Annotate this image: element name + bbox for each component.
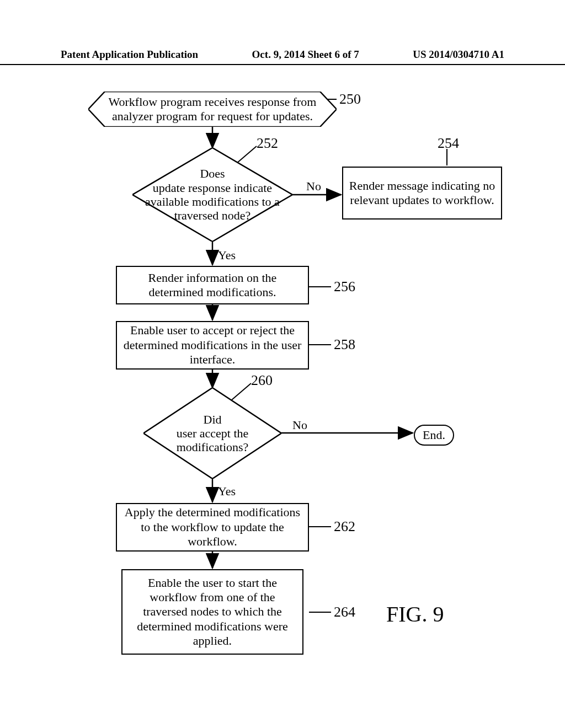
label-260-yes: Yes [218, 484, 236, 499]
ref-264: 264 [334, 604, 355, 620]
node-264-text: Enable the user to start the workflow fr… [128, 576, 297, 649]
ref-260: 260 [251, 372, 273, 389]
ref-252: 252 [257, 135, 278, 152]
node-254-text: Render message indicating no relevant up… [349, 179, 495, 208]
node-250-text: Workflow program receives response from … [88, 95, 337, 124]
flowchart: Workflow program receives response from … [0, 0, 565, 728]
label-252-no: No [306, 179, 321, 194]
ref-258: 258 [334, 336, 355, 353]
node-254-box: Render message indicating no relevant up… [342, 167, 502, 220]
node-260-decision: Did user accept the modifications? [143, 388, 281, 479]
node-end-text: End. [423, 428, 445, 442]
ref-254: 254 [438, 135, 459, 152]
ref-262: 262 [334, 518, 355, 535]
ref-256: 256 [334, 279, 355, 295]
node-264-box: Enable the user to start the workflow fr… [121, 569, 303, 655]
node-250-start: Workflow program receives response from … [88, 92, 337, 127]
ref-250: 250 [339, 91, 361, 108]
label-260-no: No [292, 418, 307, 432]
node-258-box: Enable user to accept or reject the dete… [116, 321, 309, 370]
node-262-text: Apply the determined modifications to th… [122, 505, 302, 549]
node-end: End. [414, 425, 454, 446]
figure-caption: FIG. 9 [386, 601, 444, 627]
node-256-box: Render information on the determined mod… [116, 266, 309, 304]
node-252-decision: Does update response indicate available … [132, 148, 292, 242]
node-262-box: Apply the determined modifications to th… [116, 503, 309, 552]
node-256-text: Render information on the determined mod… [122, 271, 302, 300]
label-252-yes: Yes [218, 248, 236, 263]
node-260-text: Did user accept the modifications? [177, 413, 249, 454]
node-258-text: Enable user to accept or reject the dete… [122, 323, 302, 367]
node-252-text: Does update response indicate available … [145, 167, 280, 222]
